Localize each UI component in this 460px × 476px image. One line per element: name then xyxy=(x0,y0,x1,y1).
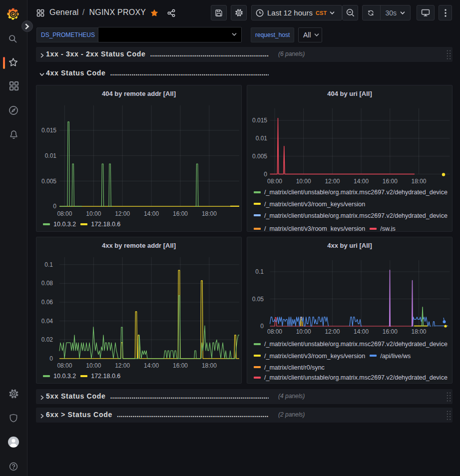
svg-text:14:00: 14:00 xyxy=(144,362,159,369)
svg-text:0.02: 0.02 xyxy=(41,336,53,343)
svg-text:0: 0 xyxy=(49,355,53,362)
svg-text:18:00: 18:00 xyxy=(202,362,217,369)
svg-text:12:00: 12:00 xyxy=(115,210,130,217)
svg-text:08:00: 08:00 xyxy=(267,328,282,335)
svg-text:0.01: 0.01 xyxy=(45,152,57,159)
svg-text:0.005: 0.005 xyxy=(41,178,56,185)
svg-text:14:00: 14:00 xyxy=(144,210,159,217)
svg-text:18:00: 18:00 xyxy=(411,178,426,185)
svg-text:08:00: 08:00 xyxy=(57,362,72,369)
svg-text:0.08: 0.08 xyxy=(41,280,53,287)
svg-text:18:00: 18:00 xyxy=(202,210,217,217)
svg-text:14:00: 14:00 xyxy=(354,178,369,185)
svg-text:08:00: 08:00 xyxy=(267,178,282,185)
svg-text:16:00: 16:00 xyxy=(173,210,188,217)
svg-text:12:00: 12:00 xyxy=(325,328,340,335)
svg-text:16:00: 16:00 xyxy=(383,178,398,185)
svg-text:0.04: 0.04 xyxy=(41,318,53,325)
svg-text:16:00: 16:00 xyxy=(173,362,188,369)
svg-text:0: 0 xyxy=(53,203,56,210)
svg-text:14:00: 14:00 xyxy=(354,328,369,335)
svg-text:10:00: 10:00 xyxy=(86,362,101,369)
svg-text:0.015: 0.015 xyxy=(252,117,267,124)
svg-text:18:00: 18:00 xyxy=(411,328,426,335)
svg-text:0.06: 0.06 xyxy=(41,299,53,306)
svg-text:0.1: 0.1 xyxy=(44,261,53,268)
svg-text:0: 0 xyxy=(264,171,267,178)
svg-text:10:00: 10:00 xyxy=(86,210,101,217)
svg-text:0.005: 0.005 xyxy=(252,153,267,160)
svg-text:0.05: 0.05 xyxy=(252,296,264,303)
svg-text:10:00: 10:00 xyxy=(296,178,311,185)
svg-text:12:00: 12:00 xyxy=(325,178,340,185)
svg-text:0.1: 0.1 xyxy=(255,268,264,275)
svg-text:10:00: 10:00 xyxy=(296,328,311,335)
svg-text:0: 0 xyxy=(260,323,264,330)
svg-text:16:00: 16:00 xyxy=(383,328,398,335)
svg-text:0.015: 0.015 xyxy=(41,127,56,134)
svg-text:08:00: 08:00 xyxy=(57,210,72,217)
svg-text:12:00: 12:00 xyxy=(115,362,130,369)
svg-text:0.01: 0.01 xyxy=(256,135,268,142)
